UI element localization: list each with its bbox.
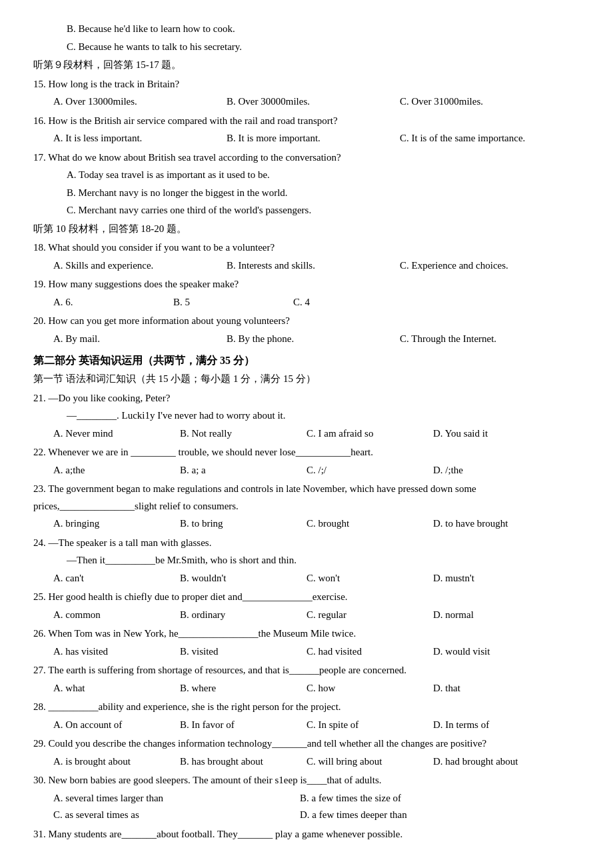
option-a: A. common [53,607,180,624]
content-line: 27. The earth is suffering from shortage… [33,662,580,679]
content-line: 18. What should you consider if you want… [33,239,580,257]
content-line: A. It is less important.B. It is more im… [53,130,580,147]
option-b: B. Not really [180,425,306,443]
content-line: A. On account ofB. In favor ofC. In spit… [53,717,580,734]
option-a: A. what [53,680,180,697]
option-d: D. that [433,680,560,697]
option-c: C. had visited [306,643,433,661]
content-line: 19. How many suggestions does the speake… [33,276,580,293]
option-b: B. By the phone. [227,331,400,348]
option-a: A. On account of [53,717,180,734]
content-line: A. bringingB. to bringC. broughtD. to ha… [53,515,580,533]
content-line: —Then it__________be Mr.Smith, who is sh… [67,552,580,569]
content-line: A. By mail.B. By the phone.C. Through th… [53,331,580,348]
option-b: B. It is more important. [227,130,400,147]
content-line: 25. Her good health is chiefly due to pr… [33,589,580,606]
content-line: 31. Many students are_______about footba… [33,826,580,843]
content-line: 29. Could you describe the changes infor… [33,735,580,753]
content-line: A. commonB. ordinaryC. regularD. normal [53,607,580,624]
option-a: A. Over 13000miles. [53,93,227,111]
content-line: A. Skills and experience.B. Interests an… [53,257,580,275]
option-a: A. bringing [53,515,180,533]
content-line: A. 6.B. 5C. 4 [53,294,580,311]
option-b: B. a few times the size of [300,790,546,807]
option-d: D. In terms of [433,717,560,734]
content-line: A. several times larger thanB. a few tim… [53,790,580,824]
content-line: A. Over 13000miles.B. Over 30000miles.C.… [53,93,580,111]
option-d: D. /;the [433,462,560,479]
content-line: A. is brought aboutB. has brought aboutC… [53,753,580,771]
content-line: A. a;theB. a; aC. /;/D. /;the [53,462,580,479]
option-c: C. won't [306,570,433,587]
option-b: B. Over 30000miles. [227,93,400,111]
content-line: A. has visitedB. visitedC. had visitedD.… [53,643,580,661]
content-line: A. Today sea travel is as important as i… [67,167,580,184]
option-c: C. I am afraid so [306,425,433,443]
option-b: B. ordinary [180,607,306,624]
content-line: 第二部分 英语知识运用（共两节，满分 35 分） [33,351,580,369]
content-line: 听第９段材料，回答第 15-17 题。 [33,57,580,74]
option-a: A. a;the [53,462,180,479]
content-line: C. Because he wants to talk to his secre… [67,39,580,56]
option-b: B. visited [180,643,306,661]
option-c: C. as several times as [53,807,300,824]
option-b: B. wouldn't [180,570,306,587]
option-a: A. It is less important. [53,130,227,147]
option-d: D. a few times deeper than [300,807,546,824]
content-line: 28. __________ability and experience, sh… [33,699,580,716]
option-c: C. will bring about [306,753,433,771]
option-c: C. In spite of [306,717,433,734]
content-line: 16. How is the British air service compa… [33,113,580,130]
option-a: A. 6. [53,294,173,311]
option-d: D. to have brought [433,515,560,533]
option-b: B. has brought about [180,753,306,771]
option-d: D. had brought about [433,753,560,771]
content-line: 第一节 语法和词汇知识（共 15 小题；每小题 1 分，满分 15 分） [33,371,580,388]
content-line: A. can'tB. wouldn'tC. won'tD. mustn't [53,570,580,587]
option-d: D. mustn't [433,570,560,587]
option-a: A. Never mind [53,425,180,443]
option-c: C. Over 31000miles. [400,93,573,111]
option-c: C. brought [306,515,433,533]
content-line: A. whatB. whereC. howD. that [53,680,580,697]
option-a: A. By mail. [53,331,227,348]
content-line: B. Because he'd like to learn how to coo… [67,21,580,38]
option-b: B. to bring [180,515,306,533]
option-b: B. In favor of [180,717,306,734]
content-line: A. Never mindB. Not reallyC. I am afraid… [53,425,580,443]
option-a: A. has visited [53,643,180,661]
option-a: A. can't [53,570,180,587]
option-d: D. normal [433,607,560,624]
option-a: A. Skills and experience. [53,257,227,275]
option-b: B. Interests and skills. [227,257,400,275]
content-line: C. Merchant navy carries one third of th… [67,202,580,219]
option-c: C. regular [306,607,433,624]
option-d: D. would visit [433,643,560,661]
option-d: D. You said it [433,425,560,443]
option-c: C. how [306,680,433,697]
content-line: 23. The government began to make regulat… [33,481,580,515]
content-line: 24. —The speaker is a tall man with glas… [33,535,580,552]
option-c: C. 4 [293,294,413,311]
option-c: C. It is of the same importance. [400,130,573,147]
main-content: B. Because he'd like to learn how to coo… [33,21,580,843]
option-a: A. is brought about [53,753,180,771]
content-line: 21. —Do you like cooking, Peter? [33,390,580,407]
content-line: 15. How long is the track in Britain? [33,76,580,93]
content-line: 听第 10 段材料，回答第 18-20 题。 [33,221,580,238]
option-b: B. where [180,680,306,697]
content-line: 30. New born babies are good sleepers. T… [33,772,580,789]
content-line: B. Merchant navy is no longer the bigges… [67,185,580,202]
content-line: 17. What do we know about British sea tr… [33,149,580,167]
content-line: 26. When Tom was in New York, he________… [33,625,580,643]
content-line: 22. Whenever we are in _________ trouble… [33,444,580,461]
option-c: C. Experience and choices. [400,257,573,275]
option-b: B. a; a [180,462,306,479]
option-a: A. several times larger than [53,790,300,807]
content-line: 20. How can you get more information abo… [33,313,580,330]
content-line: —________. Lucki1y I've never had to wor… [67,407,580,425]
option-c: C. /;/ [306,462,433,479]
option-c: C. Through the Internet. [400,331,573,348]
option-b: B. 5 [173,294,293,311]
